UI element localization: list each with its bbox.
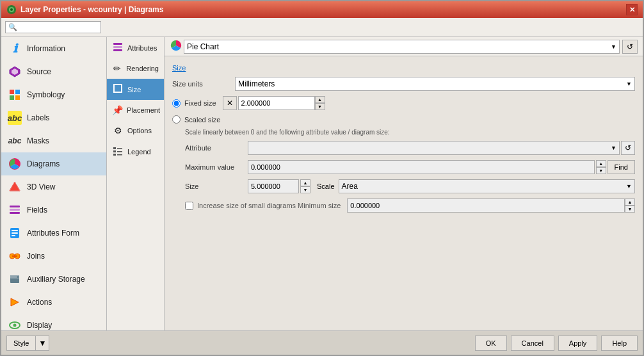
svg-rect-13 [10, 209, 20, 211]
attribute-clear-button[interactable]: ↺ [621, 141, 635, 155]
cancel-button[interactable]: Cancel [511, 336, 554, 351]
find-button[interactable]: Find [608, 160, 635, 174]
style-button-group: Style ▼ [6, 336, 49, 351]
placement-icon: 📌 [112, 105, 123, 115]
sidebar-item-source[interactable]: Source [1, 60, 106, 83]
ok-button[interactable]: OK [475, 336, 507, 351]
sidebar-item-joins[interactable]: Joins [1, 245, 106, 268]
sidebar-item-label: Auxiliary Storage [27, 275, 85, 284]
svg-rect-5 [10, 90, 14, 94]
scale-select[interactable]: Area ▼ [339, 179, 635, 193]
middle-item-size[interactable]: Size [107, 79, 164, 100]
clear-button[interactable]: ✕ [223, 96, 237, 110]
title-bar: Layer Properties - wcountry | Diagrams ✕ [1, 1, 643, 18]
sidebar-item-symbology[interactable]: Symbology [1, 83, 106, 106]
size-value-input[interactable]: 5.000000 [248, 179, 299, 193]
middle-item-label: Legend [127, 148, 151, 156]
legend-icon [112, 145, 124, 158]
fixed-size-input[interactable]: 2.000000 [238, 96, 315, 110]
close-button[interactable]: ✕ [626, 4, 638, 15]
svg-rect-34 [113, 43, 122, 45]
search-input[interactable] [20, 24, 97, 31]
bottom-bar: Style ▼ OK Cancel Apply Help [1, 330, 643, 355]
style-button[interactable]: Style [6, 336, 36, 351]
content-area: Pie Chart ▼ ↺ Size Size units Millimeter… [165, 37, 643, 330]
max-value-down-button[interactable]: ▼ [596, 167, 606, 174]
style-dropdown-button[interactable]: ▼ [36, 336, 49, 351]
fixed-size-down-button[interactable]: ▼ [315, 103, 325, 110]
fixed-size-radio[interactable] [172, 99, 181, 108]
rendering-mid-icon: ✏ [112, 63, 122, 74]
sidebar-item-masks[interactable]: abc Masks [1, 129, 106, 152]
sidebar-item-label: Attributes Form [27, 229, 79, 238]
source-icon [8, 65, 22, 79]
middle-item-rendering[interactable]: ✏ Rendering [107, 58, 164, 79]
max-value-up-button[interactable]: ▲ [596, 160, 606, 167]
sidebar-item-3dview[interactable]: 3D View [1, 175, 106, 198]
sidebar-item-label: Source [27, 67, 51, 76]
min-size-input[interactable]: 0.000000 [347, 198, 625, 213]
svg-point-27 [13, 324, 17, 327]
action-buttons: OK Cancel Apply Help [475, 336, 638, 351]
svg-marker-10 [10, 182, 20, 191]
svg-rect-17 [12, 232, 18, 234]
svg-rect-6 [15, 90, 20, 94]
display-icon [8, 318, 22, 330]
fixed-size-row: Fixed size ✕ 2.000000 ▲ ▼ [172, 96, 635, 110]
help-button[interactable]: Help [601, 336, 638, 351]
svg-point-2 [10, 8, 13, 11]
svg-rect-40 [113, 150, 116, 152]
attribute-label: Attribute [185, 144, 243, 152]
main-area: ℹ Information Source [1, 37, 643, 330]
middle-item-label: Attributes [127, 44, 157, 52]
middle-item-legend[interactable]: Legend [107, 141, 164, 162]
middle-item-label: Rendering [126, 65, 159, 72]
middle-item-placement[interactable]: 📌 Placement [107, 100, 164, 120]
diagrams-icon [8, 157, 22, 171]
sidebar-item-label: Fields [27, 206, 47, 214]
size-units-select[interactable]: Millimeters ▼ [235, 77, 635, 91]
svg-rect-39 [117, 148, 122, 149]
sidebar-item-label: Information [27, 44, 65, 53]
middle-item-label: Options [127, 127, 152, 134]
sidebar-item-fields[interactable]: Fields [1, 198, 106, 222]
information-icon: ℹ [8, 42, 22, 56]
svg-rect-14 [10, 212, 20, 214]
diagram-type-select[interactable]: Pie Chart ▼ [184, 40, 620, 54]
increase-size-checkbox[interactable] [185, 202, 193, 210]
size-units-arrow-icon: ▼ [626, 81, 632, 87]
search-box: 🔍 [5, 21, 101, 33]
svg-rect-41 [117, 151, 122, 152]
actions-icon [8, 295, 22, 309]
scaled-size-radio[interactable] [172, 115, 181, 124]
svg-rect-43 [117, 154, 122, 156]
diagram-reset-button[interactable]: ↺ [622, 40, 638, 54]
maximum-value-input[interactable]: 0.000000 [248, 160, 595, 174]
middle-item-label: Size [127, 86, 141, 93]
size-down-button[interactable]: ▼ [300, 186, 310, 193]
middle-item-attributes[interactable]: Attributes [107, 37, 164, 58]
size-up-button[interactable]: ▲ [300, 179, 310, 186]
sidebar-item-label: Masks [27, 136, 49, 145]
fixed-size-up-button[interactable]: ▲ [315, 96, 325, 103]
min-size-down-button[interactable]: ▼ [625, 206, 635, 213]
title-bar-left: Layer Properties - wcountry | Diagrams [6, 4, 163, 15]
scale-label: Scale [317, 182, 335, 190]
min-size-up-button[interactable]: ▲ [625, 198, 635, 206]
apply-button[interactable]: Apply [558, 336, 598, 351]
middle-panel: Attributes ✏ Rendering Size 📌 Placement … [107, 37, 165, 330]
sidebar-item-auxiliarystorage[interactable]: Auxiliary Storage [1, 268, 106, 291]
middle-item-options[interactable]: ⚙ Options [107, 120, 164, 141]
sidebar-item-actions[interactable]: Actions [1, 291, 106, 314]
auxiliarystorage-icon [8, 272, 22, 286]
sidebar-item-information[interactable]: ℹ Information [1, 37, 106, 60]
3dview-icon [8, 180, 22, 194]
sidebar-item-attributesform[interactable]: Attributes Form [1, 222, 106, 245]
toolbar: 🔍 [1, 18, 643, 37]
sidebar-item-label: Labels [27, 113, 49, 122]
sidebar-item-diagrams[interactable]: Diagrams [1, 152, 106, 175]
svg-rect-8 [15, 95, 20, 100]
attribute-select[interactable]: ▼ [248, 141, 620, 155]
sidebar-item-display[interactable]: Display [1, 314, 106, 330]
sidebar-item-labels[interactable]: abc Labels [1, 106, 106, 129]
